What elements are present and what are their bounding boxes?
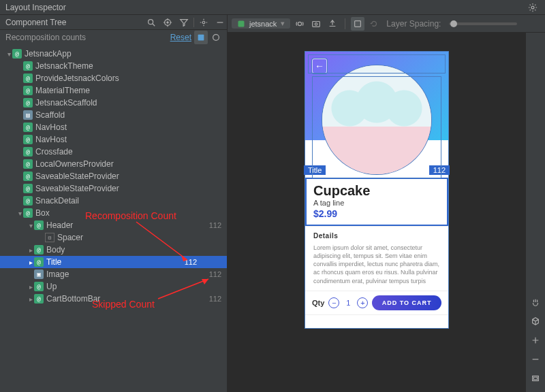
details-text: Lorem ipsum dolor sit amet, consectetur …: [313, 244, 440, 285]
tree-node-localownersprovider[interactable]: @LocalOwnersProvider: [0, 158, 227, 170]
filter-icon[interactable]: [177, 16, 191, 29]
comp-icon: @: [23, 135, 33, 144]
tree-node-image[interactable]: ▣Image112: [0, 268, 227, 280]
process-selector[interactable]: jetsnack ▾: [232, 18, 290, 29]
tree-node-jetsnacktheme[interactable]: @JetsnackTheme: [0, 60, 227, 72]
recomp-count: 112: [172, 258, 197, 266]
comp-icon: @: [23, 147, 33, 157]
settings-gear-icon[interactable]: [526, 1, 540, 14]
layer-spacing-label: Layer Spacing:: [386, 19, 441, 29]
tree-node-title[interactable]: ▸@Title112: [0, 256, 227, 268]
svg-point-12: [298, 22, 302, 25]
component-tree-title: Component Tree: [5, 18, 142, 27]
column-skip-icon[interactable]: [209, 31, 223, 44]
tree-node-scaffold[interactable]: ▤Scaffold: [0, 109, 227, 121]
comp-icon: @: [34, 282, 44, 291]
tree-label: ProvideJetsnackColors: [35, 74, 172, 83]
tree-node-snackdetail[interactable]: @SnackDetail: [0, 195, 227, 207]
tree-label: JetsnackTheme: [35, 61, 172, 71]
image-icon: ▣: [34, 270, 44, 279]
spacer-icon: ⊟: [45, 233, 54, 242]
svg-rect-5: [198, 35, 204, 41]
tree-node-up[interactable]: ▸@Up: [0, 280, 227, 293]
tree-label: NavHost: [35, 122, 172, 132]
tree-node-navhost[interactable]: @NavHost: [0, 133, 227, 146]
mode-3d-icon[interactable]: [527, 313, 544, 329]
tree-label: Image: [46, 270, 172, 279]
tree-node-saveablestateprovider[interactable]: @SaveableStateProvider: [0, 170, 227, 182]
pan-icon[interactable]: [527, 294, 544, 310]
tree-node-cartbottombar[interactable]: ▸@CartBottomBar112: [0, 293, 227, 305]
tree-node-header[interactable]: ▾@Header112: [0, 219, 227, 231]
comp-icon: @: [34, 294, 44, 304]
live-icon[interactable]: [293, 17, 307, 31]
svg-point-6: [213, 35, 219, 41]
zoom-out-icon[interactable]: [527, 351, 544, 368]
refresh-icon[interactable]: [367, 17, 381, 31]
export-icon[interactable]: [326, 17, 339, 31]
tree-label: Box: [35, 208, 172, 218]
component-tree[interactable]: ▾@JetsnackApp@JetsnackTheme@ProvideJetsn…: [0, 45, 227, 392]
layer-spacing-slider[interactable]: [449, 22, 517, 25]
comp-icon: @: [23, 61, 33, 71]
comp-icon: @: [23, 159, 33, 169]
title-card: Title 112 Cupcake A tag line $2.99: [305, 178, 448, 226]
comp-icon: @: [23, 86, 33, 95]
skipped-count: 112: [197, 295, 221, 303]
scaffold-icon: ▤: [23, 110, 33, 120]
column-recomp-icon[interactable]: [194, 31, 208, 44]
qty-value[interactable]: 1: [343, 299, 353, 307]
title-bar: Layout Inspector: [0, 0, 545, 15]
tree-node-jetsnackapp[interactable]: ▾@JetsnackApp: [0, 48, 227, 60]
details-heading: Details: [313, 232, 440, 240]
mode-2d-icon[interactable]: [351, 17, 364, 31]
tree-node-spacer[interactable]: ⊟Spacer: [0, 231, 227, 244]
search-icon[interactable]: [144, 16, 158, 29]
comp-icon: @: [23, 208, 33, 218]
add-to-cart-button[interactable]: ADD TO CART: [372, 295, 441, 310]
side-toolbar: [526, 33, 545, 392]
tree-node-box[interactable]: ▾@Box: [0, 207, 227, 219]
snapshot-icon[interactable]: [309, 17, 323, 31]
product-price: $2.99: [313, 208, 440, 219]
device-frame: ← Title 112 Cupcake A tag line $2.99: [305, 52, 448, 328]
settings-icon[interactable]: [197, 16, 211, 29]
locate-icon[interactable]: [161, 16, 174, 29]
tree-node-crossfade[interactable]: @Crossfade: [0, 146, 227, 158]
comp-icon: @: [23, 98, 33, 108]
minimize-icon[interactable]: [213, 16, 227, 29]
skipped-count: 112: [197, 270, 221, 278]
tree-node-body[interactable]: ▸@Body: [0, 244, 227, 256]
reset-link[interactable]: Reset: [170, 33, 191, 42]
tree-node-jetsnackscaffold[interactable]: @JetsnackScaffold: [0, 97, 227, 109]
tree-label: Up: [46, 282, 172, 291]
cart-row: Qty − 1 + ADD TO CART: [305, 291, 448, 314]
tree-label: LocalOwnersProvider: [35, 159, 172, 169]
tree-node-providejetsnackcolors[interactable]: @ProvideJetsnackColors: [0, 72, 227, 84]
svg-point-14: [315, 22, 318, 25]
qty-plus-button[interactable]: +: [357, 297, 368, 308]
svg-point-1: [149, 19, 153, 24]
tree-node-materialtheme[interactable]: @MaterialTheme: [0, 84, 227, 97]
comp-icon: @: [23, 172, 33, 181]
comp-icon: @: [34, 220, 44, 230]
zoom-fit-icon[interactable]: [527, 370, 544, 387]
recomposition-header: Recomposition counts Reset: [0, 30, 227, 45]
process-name: jetsnack: [249, 20, 277, 28]
zoom-in-icon[interactable]: [527, 332, 544, 348]
recomposition-counts-label: Recomposition counts: [5, 33, 86, 42]
comp-icon: @: [23, 122, 33, 132]
comp-icon: @: [23, 196, 33, 206]
svg-point-0: [531, 6, 534, 9]
tree-node-saveablestateprovider[interactable]: @SaveableStateProvider: [0, 182, 227, 195]
tree-label: JetsnackScaffold: [35, 98, 172, 108]
svg-point-4: [202, 21, 205, 24]
comp-icon: @: [34, 257, 44, 267]
tree-node-navhost[interactable]: @NavHost: [0, 121, 227, 133]
details-block: Details Lorem ipsum dolor sit amet, cons…: [305, 226, 448, 291]
tree-label: SaveableStateProvider: [35, 172, 172, 181]
preview-canvas[interactable]: ← Title 112 Cupcake A tag line $2.99: [228, 33, 526, 392]
svg-rect-13: [313, 21, 320, 27]
qty-minus-button[interactable]: −: [328, 297, 339, 308]
component-tree-header: Component Tree: [0, 15, 227, 30]
